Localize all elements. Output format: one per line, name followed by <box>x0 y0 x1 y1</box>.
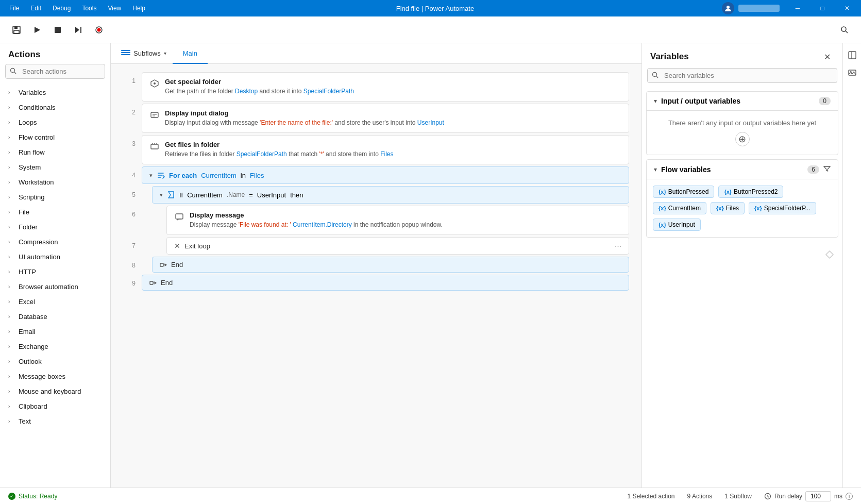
run-delay-info-icon[interactable]: i <box>846 493 853 500</box>
var-chip-icon: {x} <box>716 205 724 211</box>
group-outlook[interactable]: Outlook <box>0 354 110 369</box>
close-button[interactable]: ✕ <box>835 0 859 16</box>
step-button[interactable] <box>70 22 87 38</box>
image-panel-toggle[interactable] <box>845 65 860 80</box>
empty-message: There aren't any input or output variabl… <box>668 119 816 127</box>
var-chip-buttonpressed[interactable]: {x} ButtonPressed <box>653 186 714 198</box>
input-output-header[interactable]: ▾ Input / output variables 0 <box>647 92 838 110</box>
desc-var-specialfolderpath: SpecialFolderPath <box>303 88 354 95</box>
group-loops[interactable]: Loops <box>0 115 110 130</box>
group-clipboard[interactable]: Clipboard <box>0 399 110 414</box>
group-browserautomation[interactable]: Browser automation <box>0 279 110 294</box>
step-2: 2 Display input dialog Display input dia… <box>123 104 629 133</box>
svg-point-12 <box>11 68 15 72</box>
group-database[interactable]: Database <box>0 309 110 324</box>
group-system[interactable]: System <box>0 160 110 175</box>
flow-vars-chevron-icon[interactable]: ▾ <box>654 166 657 173</box>
maximize-button[interactable]: □ <box>811 0 834 16</box>
group-uiautomation[interactable]: UI automation <box>0 249 110 264</box>
step-content-3: Get files in folder Retrieve the files i… <box>165 141 621 159</box>
step-number-5: 5 <box>123 186 136 198</box>
stop-button[interactable] <box>49 22 66 38</box>
exit-loop-block[interactable]: ✕ Exit loop ⋯ <box>166 237 629 255</box>
group-scripting[interactable]: Scripting <box>0 190 110 205</box>
group-file[interactable]: File <box>0 205 110 220</box>
save-button[interactable] <box>8 22 25 38</box>
if-collapse-icon[interactable]: ▾ <box>160 192 163 198</box>
step-number-1: 1 <box>123 72 136 85</box>
foreach-header[interactable]: ▾ For each CurrentItem in Files <box>142 166 629 184</box>
group-variables[interactable]: Variables <box>0 85 110 100</box>
var-chip-currentitem[interactable]: {x} CurrentItem <box>653 202 706 214</box>
flow-variables-header[interactable]: ▾ Flow variables 6 <box>647 160 838 179</box>
input-output-body: There aren't any input or output variabl… <box>647 110 838 155</box>
group-excel[interactable]: Excel <box>0 294 110 309</box>
chevron-right-icon <box>8 314 14 320</box>
step-6: 6 Display message Display message 'File … <box>123 206 629 235</box>
chevron-right-icon <box>8 224 14 230</box>
variables-panel-toggle[interactable] <box>845 47 860 63</box>
menu-debug[interactable]: Debug <box>47 3 76 14</box>
svg-rect-16 <box>151 112 158 117</box>
actions-list: Variables Conditionals Loops Flow contro… <box>0 83 110 488</box>
run-button[interactable] <box>29 22 45 38</box>
group-conditionals[interactable]: Conditionals <box>0 100 110 115</box>
step-card-2[interactable]: Display input dialog Display input dialo… <box>142 104 629 133</box>
variables-body: ▾ Input / output variables 0 There aren'… <box>642 87 842 488</box>
actions-search-input[interactable] <box>5 64 105 79</box>
step-card-3[interactable]: Get files in folder Retrieve the files i… <box>142 135 629 164</box>
group-folder[interactable]: Folder <box>0 220 110 234</box>
menu-view[interactable]: View <box>103 3 126 14</box>
tab-main[interactable]: Main <box>173 43 208 64</box>
end-foreach-block[interactable]: End <box>142 275 629 291</box>
canvas-search-button[interactable] <box>836 22 853 38</box>
group-flowcontrol[interactable]: Flow control <box>0 130 110 145</box>
end-if-block[interactable]: End <box>152 257 629 273</box>
menu-edit[interactable]: Edit <box>25 3 46 14</box>
svg-point-21 <box>653 72 657 76</box>
group-workstation[interactable]: Workstation <box>0 175 110 190</box>
menu-help[interactable]: Help <box>127 3 150 14</box>
group-compression[interactable]: Compression <box>0 234 110 249</box>
subflows-button[interactable]: Subflows ▾ <box>115 44 173 63</box>
foreach-collapse-icon[interactable]: ▾ <box>149 172 153 179</box>
run-delay-input[interactable] <box>805 491 831 501</box>
subflows-chevron-icon: ▾ <box>164 51 166 56</box>
group-text[interactable]: Text <box>0 414 110 429</box>
menu-tools[interactable]: Tools <box>77 3 102 14</box>
account-icon[interactable] <box>722 2 734 14</box>
svg-rect-2 <box>14 26 18 29</box>
filter-icon[interactable] <box>823 165 831 174</box>
display-msg-container: Display message Display message 'File wa… <box>166 206 629 235</box>
group-runflow[interactable]: Run flow <box>0 145 110 160</box>
if-header[interactable]: ▾ If CurrentItem .Name = UserInput then <box>152 186 629 204</box>
variables-close-button[interactable]: ✕ <box>820 49 834 64</box>
group-exchange[interactable]: Exchange <box>0 339 110 354</box>
more-options-icon[interactable]: ⋯ <box>615 242 621 250</box>
variables-search-input[interactable] <box>647 68 837 83</box>
var-chip-buttonpressed2[interactable]: {x} ButtonPressed2 <box>718 186 783 198</box>
step-desc-6: Display message 'File was found at: ' Cu… <box>190 220 621 229</box>
actions-search-container <box>5 64 105 79</box>
input-output-chevron-icon[interactable]: ▾ <box>654 97 657 105</box>
minimize-button[interactable]: ─ <box>786 0 809 16</box>
var-chip-files[interactable]: {x} Files <box>711 202 745 214</box>
add-variable-button[interactable]: ⊕ <box>735 132 750 146</box>
svg-line-11 <box>846 31 848 33</box>
var-chip-specialfolderpath[interactable]: {x} SpecialFolderP... <box>749 202 816 214</box>
group-email[interactable]: Email <box>0 324 110 339</box>
exit-loop-container: ✕ Exit loop ⋯ <box>166 237 629 255</box>
group-messageboxes[interactable]: Message boxes <box>0 369 110 384</box>
step-card-1[interactable]: Get special folder Get the path of the f… <box>142 72 629 102</box>
menu-file[interactable]: File <box>4 3 24 14</box>
chevron-right-icon <box>8 344 14 349</box>
group-http[interactable]: HTTP <box>0 264 110 279</box>
step-card-6[interactable]: Display message Display message 'File wa… <box>166 206 629 235</box>
record-button[interactable] <box>91 22 107 38</box>
var-sfp-3: SpecialFolderPath <box>237 150 287 158</box>
actions-search-icon <box>10 68 16 76</box>
group-mouseandkeyboard[interactable]: Mouse and keyboard <box>0 384 110 399</box>
step-7: 7 ✕ Exit loop ⋯ <box>123 237 629 255</box>
var-chip-userinput[interactable]: {x} UserInput <box>653 219 701 231</box>
svg-rect-5 <box>55 27 61 33</box>
